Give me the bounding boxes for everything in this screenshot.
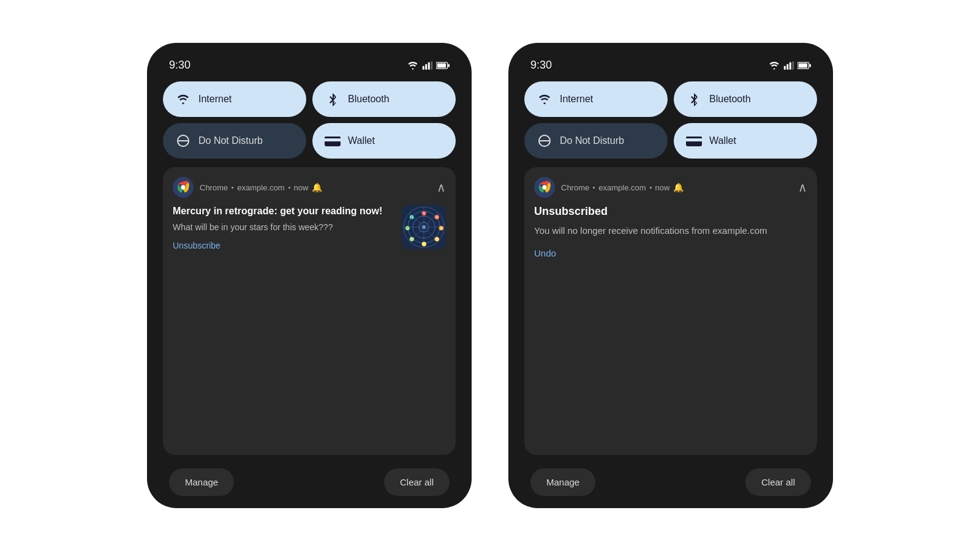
- chrome-icon-1: [173, 177, 194, 198]
- notif-unsubscribe-1[interactable]: Unsubscribe: [173, 241, 394, 250]
- svg-rect-35: [799, 63, 807, 67]
- clear-all-button-1[interactable]: Clear all: [384, 468, 450, 496]
- svg-rect-41: [686, 137, 702, 138]
- signal-icon-2: [783, 61, 794, 70]
- svg-point-29: [422, 225, 426, 229]
- wallet-tile-icon-2: [686, 133, 702, 149]
- notif-bell-2: 🔔: [673, 182, 684, 192]
- status-bar-1: 9:30: [157, 55, 462, 81]
- notif-image-1: ♈ ♉ ♊ ♋ ♌ ♍ ♎ ♏: [402, 205, 446, 249]
- chrome-svg-1: [176, 181, 190, 194]
- notification-area-1: Chrome example.com now 🔔 ∧ Mercury in re…: [157, 167, 462, 496]
- bluetooth-label-2: Bluetooth: [709, 94, 751, 105]
- notif-time-1: now: [294, 183, 309, 192]
- svg-text:♉: ♉: [434, 214, 440, 220]
- wifi-icon-2: [768, 61, 780, 70]
- notif-chevron-2[interactable]: ∧: [798, 180, 807, 195]
- svg-rect-0: [423, 66, 424, 69]
- wallet-label-2: Wallet: [709, 135, 736, 146]
- notif-meta-1: Chrome example.com now 🔔: [200, 182, 322, 192]
- bluetooth-label-1: Bluetooth: [348, 94, 390, 105]
- tile-internet-2[interactable]: Internet: [524, 81, 668, 117]
- wifi-tile-icon-2: [537, 91, 552, 107]
- dnd-tile-icon-2: [537, 133, 552, 149]
- wifi-icon: [407, 61, 419, 70]
- phone-2: 9:30: [508, 43, 833, 508]
- svg-text:♊: ♊: [439, 225, 444, 231]
- quick-settings-1: Internet Bluetooth Do N: [157, 81, 462, 159]
- status-icons-2: [768, 61, 811, 70]
- zodiac-wheel-svg: ♈ ♉ ♊ ♋ ♌ ♍ ♎ ♏: [403, 206, 445, 248]
- tile-dnd-2[interactable]: Do Not Disturb: [524, 123, 668, 159]
- svg-rect-36: [809, 64, 811, 67]
- dnd-label-1: Do Not Disturb: [198, 135, 263, 146]
- svg-rect-40: [686, 138, 702, 141]
- notif-app-2: Chrome: [561, 183, 589, 192]
- status-bar-2: 9:30: [518, 55, 823, 81]
- bluetooth-tile-icon-1: [325, 91, 341, 107]
- wallet-tile-icon-1: [325, 133, 341, 149]
- svg-point-12: [181, 185, 185, 189]
- notif-header-left-2: Chrome example.com now 🔔: [534, 177, 684, 198]
- notif-text-1: Mercury in retrograde: get your reading …: [173, 205, 394, 445]
- quick-settings-2: Internet Bluetooth Do Not Disturb: [518, 81, 823, 159]
- notif-source-2: example.com: [598, 183, 646, 192]
- notif-title-1: Mercury in retrograde: get your reading …: [173, 205, 394, 218]
- time-1: 9:30: [169, 59, 190, 72]
- chrome-svg-2: [538, 181, 551, 194]
- notif-unsubscribed-text: You will no longer receive notifications…: [534, 224, 807, 238]
- tile-bluetooth-1[interactable]: Bluetooth: [312, 81, 456, 117]
- bluetooth-tile-icon-2: [686, 91, 702, 107]
- time-2: 9:30: [530, 59, 552, 72]
- tile-wallet-1[interactable]: Wallet: [312, 123, 456, 159]
- notif-dot-2: [288, 187, 290, 189]
- wallet-label-1: Wallet: [348, 135, 375, 146]
- notification-card-2: Chrome example.com now 🔔 ∧ Unsubscribed …: [524, 167, 817, 455]
- notif-dot-4: [650, 187, 652, 189]
- notif-header-left-1: Chrome example.com now 🔔: [173, 177, 322, 198]
- manage-button-2[interactable]: Manage: [530, 468, 595, 496]
- notif-bell-1: 🔔: [312, 182, 322, 192]
- svg-text:♌: ♌: [421, 241, 427, 247]
- tile-dnd-1[interactable]: Do Not Disturb: [163, 123, 306, 159]
- tile-wallet-2[interactable]: Wallet: [674, 123, 817, 159]
- internet-label-1: Internet: [198, 94, 232, 105]
- signal-icon: [422, 61, 433, 70]
- status-icons-1: [407, 61, 450, 70]
- notif-dot-3: [593, 187, 595, 189]
- svg-rect-32: [790, 62, 791, 69]
- svg-rect-6: [448, 64, 450, 67]
- notif-unsubscribed-title: Unsubscribed: [534, 205, 807, 218]
- notif-header-2: Chrome example.com now 🔔 ∧: [534, 177, 807, 198]
- notif-dot-1: [232, 187, 233, 189]
- clear-all-button-2[interactable]: Clear all: [745, 468, 811, 496]
- svg-rect-33: [792, 61, 794, 70]
- bottom-buttons-2: Manage Clear all: [524, 461, 817, 496]
- notif-source-1: example.com: [237, 183, 284, 192]
- notification-card-1: Chrome example.com now 🔔 ∧ Mercury in re…: [163, 167, 456, 455]
- svg-rect-2: [428, 62, 430, 69]
- svg-rect-5: [437, 63, 446, 67]
- dnd-tile-icon-1: [175, 133, 191, 149]
- dnd-label-2: Do Not Disturb: [560, 135, 624, 146]
- notif-body-1: Mercury in retrograde: get your reading …: [173, 205, 446, 445]
- notif-app-1: Chrome: [200, 183, 228, 192]
- battery-icon: [436, 61, 450, 70]
- notif-undo-button[interactable]: Undo: [534, 248, 807, 258]
- bottom-buttons-1: Manage Clear all: [163, 461, 456, 496]
- notif-header-1: Chrome example.com now 🔔 ∧: [173, 177, 446, 198]
- manage-button-1[interactable]: Manage: [169, 468, 234, 496]
- phone-1: 9:30: [147, 43, 472, 508]
- battery-icon-2: [797, 61, 811, 70]
- svg-rect-10: [325, 138, 341, 141]
- svg-point-42: [542, 185, 546, 189]
- phones-container: 9:30: [147, 43, 833, 508]
- tile-bluetooth-2[interactable]: Bluetooth: [674, 81, 817, 117]
- notif-unsubscribed-body: Unsubscribed You will no longer receive …: [534, 205, 807, 445]
- internet-label-2: Internet: [560, 94, 593, 105]
- wifi-tile-icon: [175, 91, 191, 107]
- chrome-icon-2: [534, 177, 555, 198]
- tile-internet-1[interactable]: Internet: [163, 81, 306, 117]
- notif-chevron-1[interactable]: ∧: [437, 180, 446, 195]
- notif-meta-2: Chrome example.com now 🔔: [561, 182, 684, 192]
